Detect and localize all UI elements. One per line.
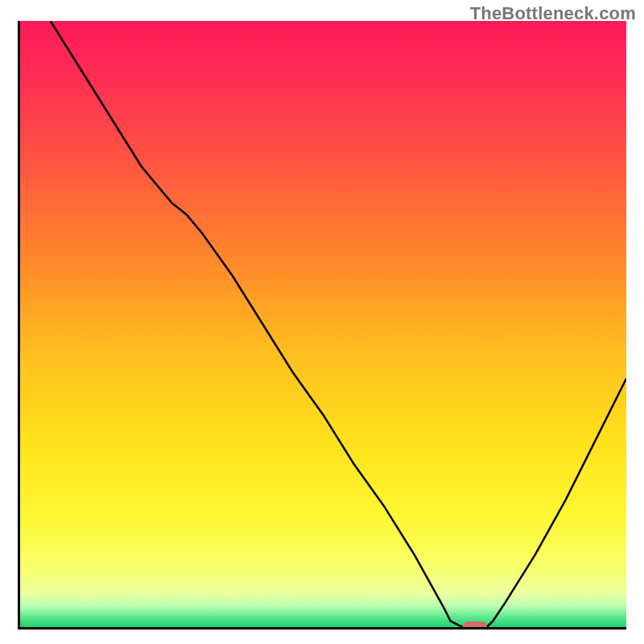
plot-area [18,21,626,630]
bottleneck-curve [20,21,626,627]
highlight-marker [463,621,487,630]
chart-canvas: TheBottleneck.com [0,0,644,644]
